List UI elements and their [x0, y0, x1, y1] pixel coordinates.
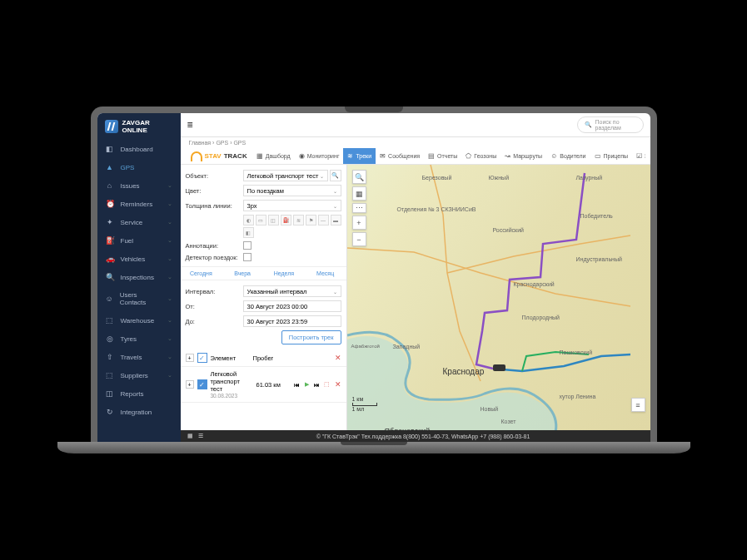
sidebar-icon: ▲ — [106, 163, 114, 171]
ann-btn-4[interactable]: ⛽ — [281, 215, 291, 225]
sidebar-item-travels[interactable]: ⇧Travels⌄ — [97, 348, 181, 366]
track-play-icon[interactable]: ▶ — [303, 380, 311, 389]
tab-треки[interactable]: ≋Треки — [343, 148, 376, 164]
track-stop-icon[interactable]: ⬚ — [323, 380, 331, 389]
sidebar-icon: ⏰ — [106, 200, 114, 208]
search-input[interactable]: 🔍 Поиск по разделам — [577, 116, 644, 133]
tab-label: Треки — [356, 153, 371, 159]
sidebar-item-vehicles[interactable]: 🚗Vehicles⌄ — [97, 250, 181, 268]
ann-btn-8[interactable]: ▬ — [331, 215, 341, 225]
track-next-icon[interactable]: ⏭ — [313, 380, 321, 389]
sidebar-item-fuel[interactable]: ⛽Fuel⌄ — [97, 231, 181, 250]
map-search-button[interactable]: 🔍 — [352, 170, 366, 184]
ann-btn-9[interactable]: ◧ — [243, 227, 254, 238]
sidebar-item-gps[interactable]: ▲GPS — [97, 158, 181, 176]
tab-label: Геозоны — [474, 153, 496, 159]
app-logo[interactable]: ZAVGAR ONLINE — [97, 113, 181, 140]
chevron-down-icon: ⌄ — [167, 372, 172, 379]
object-label: Объект: — [186, 172, 240, 180]
sidebar-item-label: Users Contacts — [120, 291, 161, 306]
sidebar-item-suppliers[interactable]: ⬚Suppliers⌄ — [97, 366, 181, 384]
detector-checkbox[interactable] — [243, 253, 251, 261]
expand-all-button[interactable]: + — [186, 354, 194, 362]
footer-grid-icon[interactable]: ▦ — [187, 433, 193, 439]
ann-btn-2[interactable]: ▭ — [256, 215, 266, 225]
track-row[interactable]: + ✓ Легковой транспорт тест 30.08.2023 6… — [181, 367, 346, 403]
map-zoom-out-button[interactable]: − — [352, 232, 366, 246]
from-label: От: — [186, 303, 240, 310]
sidebar-item-reminders[interactable]: ⏰Reminders⌄ — [97, 195, 181, 213]
tab-дашборд[interactable]: ▦Дашборд — [252, 148, 295, 164]
sidebar-icon: ◎ — [106, 335, 114, 343]
check-row-button[interactable]: ✓ — [197, 379, 207, 389]
color-select[interactable]: По поездкам⌄ — [243, 185, 341, 196]
sidebar-item-reports[interactable]: ◫Reports — [97, 384, 181, 403]
sidebar-icon: ✦ — [106, 218, 114, 226]
map-layers-button[interactable]: ≡ — [631, 398, 645, 412]
ann-btn-1[interactable]: ◐ — [243, 215, 254, 225]
tab-задания[interactable]: ☑Задания — [632, 148, 645, 164]
hamburger-icon[interactable]: ≡ — [187, 119, 193, 131]
annotations-checkbox[interactable] — [243, 241, 251, 250]
check-all-button[interactable]: ✓ — [197, 353, 207, 363]
close-all-button[interactable]: ✕ — [335, 354, 341, 362]
map-vectors — [347, 165, 650, 430]
sidebar-item-service[interactable]: ✦Service⌄ — [97, 213, 181, 231]
sidebar-item-dashboard[interactable]: ◧Dashboard — [97, 140, 181, 158]
sidebar-item-issues[interactable]: ⌂Issues⌄ — [97, 176, 181, 195]
tab-сообщения[interactable]: ✉Сообщения — [376, 148, 424, 164]
ann-btn-3[interactable]: ◫ — [268, 215, 279, 225]
ann-btn-6[interactable]: ⚑ — [306, 215, 316, 225]
tab-маршруты[interactable]: ↝Маршруты — [500, 148, 546, 164]
sidebar-icon: ⬚ — [106, 371, 114, 379]
tab-отчеты[interactable]: ▤Отчеты — [424, 148, 461, 164]
sidebar-item-tyres[interactable]: ◎Tyres⌄ — [97, 330, 181, 348]
period-tabs: Сегодня Вчера Неделя Месяц — [181, 266, 346, 280]
tab-водители[interactable]: ☺Водители — [546, 148, 590, 164]
sidebar-item-label: Issues — [121, 182, 140, 190]
ann-btn-7[interactable]: — — [318, 215, 329, 225]
sidebar-item-warehouse[interactable]: ⬚Warehouse⌄ — [97, 311, 181, 330]
tab-icon: ◉ — [299, 152, 305, 160]
to-input[interactable]: 30 Август 2023 23:59 — [243, 315, 341, 327]
crumb-home[interactable]: Главная — [189, 140, 212, 146]
build-track-button[interactable]: Построить трек — [281, 330, 341, 344]
object-search-button[interactable]: 🔍 — [330, 170, 341, 181]
tab-label: Маршруты — [513, 153, 542, 159]
sidebar-icon: ⌂ — [106, 181, 114, 190]
map[interactable]: Краснодар Березовый Южный Лазурный Отдел… — [347, 165, 650, 430]
sidebar-item-label: Integration — [121, 409, 152, 416]
laptop-frame: ZAVGAR ONLINE ◧Dashboard▲GPS⌂Issues⌄⏰Rem… — [91, 107, 657, 453]
footer-text: © "ГК СтавТрэк" Тех.поддержка 8(800) 551… — [203, 434, 644, 439]
chevron-down-icon: ⌄ — [167, 237, 172, 244]
object-select[interactable]: Легковой транспорт тест⌄ — [243, 170, 328, 181]
sidebar-icon: ☺ — [106, 295, 113, 303]
track-date: 30.08.2023 — [211, 393, 253, 399]
tab-прицепы[interactable]: ▭Прицепы — [590, 148, 632, 164]
sidebar-item-integration[interactable]: ↻Integration — [97, 403, 181, 421]
chevron-down-icon: ⌄ — [167, 201, 172, 207]
map-calendar-button[interactable]: ▦ — [352, 186, 366, 201]
sidebar-icon: 🔍 — [106, 273, 114, 281]
crumb-gps[interactable]: GPS — [216, 140, 228, 146]
thickness-select[interactable]: 3px⌄ — [243, 200, 341, 211]
from-input[interactable]: 30 Август 2023 00:00 — [243, 300, 341, 312]
sidebar-item-inspections[interactable]: 🔍Inspections⌄ — [97, 268, 181, 286]
remove-row-button[interactable]: ✕ — [335, 380, 341, 389]
track-prev-icon[interactable]: ⏮ — [293, 380, 301, 389]
interval-select[interactable]: Указанный интервал⌄ — [243, 285, 341, 297]
ann-btn-5[interactable]: ≋ — [293, 215, 304, 225]
map-scale: 1 км 1 мл — [352, 396, 377, 412]
interval-label: Интервал: — [186, 288, 240, 295]
period-yesterday[interactable]: Вчера — [222, 267, 263, 280]
sidebar-item-users-contacts[interactable]: ☺Users Contacts⌄ — [97, 286, 181, 311]
period-week[interactable]: Неделя — [263, 267, 305, 280]
tab-мониторинг[interactable]: ◉Мониторинг — [295, 148, 344, 164]
thickness-label: Толщина линии: — [186, 202, 240, 210]
expand-row-button[interactable]: + — [186, 380, 194, 389]
period-today[interactable]: Сегодня — [181, 267, 222, 280]
map-zoom-in-button[interactable]: + — [352, 216, 366, 230]
period-month[interactable]: Месяц — [305, 267, 346, 280]
tab-геозоны[interactable]: ⬠Геозоны — [461, 148, 500, 164]
color-label: Цвет: — [186, 187, 240, 195]
